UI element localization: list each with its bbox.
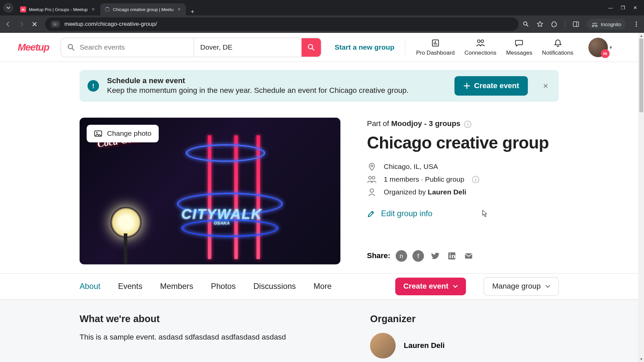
manage-group-label: Manage group [492,282,541,291]
tab-photos[interactable]: Photos [211,282,236,291]
person-icon [367,188,377,197]
svg-point-16 [371,165,373,167]
separator [565,20,565,28]
members-text: 1 members · Public group [384,176,464,184]
group-title: Chicago creative group [367,134,559,153]
group-location: Chicago, IL, USA [367,162,559,171]
search-events-input[interactable]: Search events [61,38,194,56]
about-heading: What we're about [79,313,343,325]
meetup-logo[interactable]: Meetup [18,42,49,53]
browser-tab-1[interactable]: m Meetup Pro | Groups - Meetup × [16,3,100,15]
scrollbar[interactable]: ▲ ▼ [638,33,644,362]
share-nextdoor-icon[interactable]: n [396,250,407,261]
incognito-icon [591,21,598,27]
decorative-image [168,131,301,255]
search-submit-button[interactable] [302,38,321,56]
browser-tab-2[interactable]: Chicago creative group | Meetu × [100,3,186,15]
manage-group-dropdown[interactable]: Manage group [484,277,559,296]
nav-label: Messages [506,49,532,56]
forward-button[interactable] [18,21,28,27]
tab-events[interactable]: Events [118,282,143,291]
svg-point-12 [477,40,480,43]
location-text: Chicago, IL, USA [384,163,438,171]
header-nav: Pro Dashboard Connections Messages Notif… [416,39,573,56]
create-event-dropdown[interactable]: Create event [395,278,466,295]
messages-icon [515,39,524,47]
stop-reload-button[interactable] [32,21,41,27]
nav-label: Connections [465,49,496,56]
dashboard-icon [431,39,440,47]
svg-rect-1 [54,24,57,24]
info-icon[interactable]: i [464,121,471,128]
bookmark-icon[interactable] [537,21,543,27]
share-label: Share: [367,251,390,260]
tab-search-button[interactable] [3,3,13,13]
site-info-icon[interactable] [51,21,60,27]
close-icon[interactable]: × [90,6,96,12]
close-icon[interactable]: × [176,6,182,12]
create-event-button[interactable]: Create event [454,76,528,96]
scroll-down-icon[interactable]: ▼ [639,356,644,362]
members-icon [367,176,377,184]
close-window-icon[interactable]: ✕ [633,5,637,10]
share-linkedin-icon[interactable] [446,250,458,261]
scroll-up-icon[interactable]: ▲ [639,33,644,39]
maximize-icon[interactable]: ❐ [621,5,625,10]
tab-more[interactable]: More [314,282,332,291]
back-button[interactable] [5,21,14,27]
banner-cta-label: Create event [474,81,519,90]
search-form: Search events Dover, DE [61,38,322,57]
close-banner-button[interactable]: × [540,81,551,91]
nav-messages[interactable]: Messages [506,39,532,56]
part-of-network[interactable]: Part of Moodjoy - 3 groups i [367,119,559,128]
svg-rect-2 [54,25,56,25]
avatar: m [588,38,608,57]
tab-about[interactable]: About [79,282,100,291]
change-photo-button[interactable]: Change photo [87,125,158,142]
start-group-link[interactable]: Start a new group [335,43,394,51]
info-icon[interactable]: i [472,176,479,183]
svg-point-7 [636,23,637,25]
image-icon [94,129,102,138]
page-viewport: Meetup Search events Dover, DE Start a n… [0,33,644,362]
connections-icon [476,39,485,47]
nav-label: Pro Dashboard [416,49,454,56]
site-header: Meetup Search events Dover, DE Start a n… [0,33,638,62]
profile-menu[interactable]: m ▾ [588,38,612,57]
svg-point-19 [370,189,374,192]
schedule-event-banner: ! Schedule a new event Keep the momentum… [79,70,559,102]
chevron-down-icon [453,284,458,289]
nav-pro-dashboard[interactable]: Pro Dashboard [416,39,454,56]
decorative-sign: CITYWALK OSAKA [181,206,262,226]
plus-icon [464,82,471,89]
nav-connections[interactable]: Connections [465,39,496,56]
about-body: This is a sample event. asdasd sdfasdasd… [79,333,343,342]
organizer-avatar [370,333,396,358]
share-twitter-icon[interactable] [429,250,441,261]
scrollbar-thumb[interactable] [639,39,643,112]
organized-by: Organized by Lauren Deli [384,188,466,196]
nav-notifications[interactable]: Notifications [542,39,573,56]
search-icon [307,43,315,51]
incognito-indicator[interactable]: Incognito [587,19,626,29]
share-facebook-icon[interactable]: f [413,250,424,261]
new-tab-button[interactable]: + [186,8,199,15]
edit-group-info-link[interactable]: Edit group info [367,209,559,219]
address-bar[interactable]: meetup.com/chicago-creative-group/ [45,17,519,31]
tab-discussions[interactable]: Discussions [253,282,296,291]
share-email-icon[interactable] [463,250,474,261]
pro-badge-icon: m [601,49,609,58]
browser-menu-icon[interactable] [633,21,639,27]
extensions-icon[interactable] [551,21,557,27]
side-panel-icon[interactable] [573,21,579,27]
organizer-heading: Organizer [370,313,559,325]
organizer-item[interactable]: Lauren Deli [370,333,559,358]
separator [405,39,405,55]
search-location-input[interactable]: Dover, DE [194,38,302,56]
location-value: Dover, DE [200,43,232,51]
banner-subtitle: Keep the momentum going in the new year.… [107,86,447,95]
minimize-icon[interactable]: ― [608,5,613,10]
search-icon[interactable] [523,21,529,27]
tab-members[interactable]: Members [160,282,193,291]
svg-point-17 [369,176,371,179]
